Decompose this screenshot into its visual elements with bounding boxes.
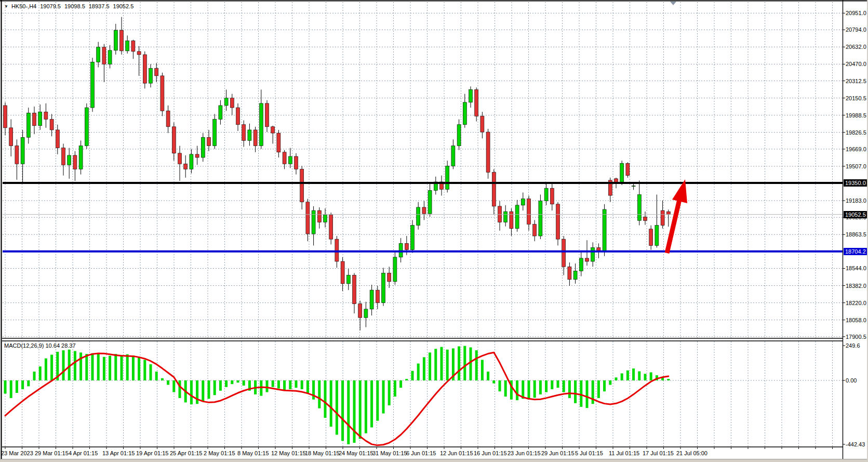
time-axis-label: 31 May 01:15 — [372, 450, 407, 456]
price-axis-label: 18544.0 — [846, 265, 866, 271]
time-axis-label: 18 May 01:15 — [305, 450, 340, 456]
price-axis-label: 19183.0 — [846, 197, 866, 204]
chart-dropdown-icon[interactable]: ▼ — [4, 4, 8, 9]
time-axis-label: 12 May 01:15 — [271, 450, 306, 456]
price-axis-label: 20470.0 — [846, 61, 866, 67]
ohlc-open: 19079.5 — [40, 3, 61, 9]
chart-canvas[interactable] — [0, 0, 868, 462]
price-axis-label: 19988.5 — [846, 112, 866, 118]
blue-line-price-badge: 18704.2 — [844, 248, 868, 255]
ohlc-low: 18937.5 — [89, 3, 110, 9]
time-axis-label: 19 Apr 01:15 — [136, 450, 168, 456]
price-axis-label: 20150.5 — [846, 95, 866, 101]
price-axis-label: 19669.0 — [846, 146, 866, 152]
price-axis-label: 19507.0 — [846, 163, 866, 169]
time-axis-label: 11 Jul 01:15 — [609, 450, 639, 456]
macd-scale-max: 249.6 — [846, 342, 860, 349]
price-axis-label: 20632.0 — [846, 44, 866, 50]
price-axis-label: 18220.0 — [846, 300, 866, 306]
price-axis-label: 20794.0 — [846, 27, 866, 33]
price-axis-label: 19826.5 — [846, 129, 866, 136]
chart-background — [0, 0, 868, 462]
time-axis-label: 8 May 01:15 — [237, 450, 269, 456]
time-axis-label: 29 Jun 01:15 — [541, 450, 575, 456]
time-axis-label: 13 Apr 01:15 — [102, 450, 135, 456]
time-axis-label: 6 Jun 01:15 — [406, 450, 436, 456]
time-axis-label: 24 May 01:15 — [339, 450, 373, 456]
price-axis-label: 18863.5 — [846, 231, 866, 237]
time-axis-label: 25 Apr 01:15 — [170, 450, 202, 456]
window-bottom-edge — [0, 459, 868, 462]
ohlc-high: 19098.5 — [64, 3, 85, 9]
time-axis-label: 5 Jul 01:15 — [575, 450, 603, 456]
mt4-chart-window: ▼ HK50-,H4 19079.5 19098.5 18937.5 19052… — [0, 0, 868, 462]
time-axis-label: 21 Jul 05:00 — [676, 450, 707, 456]
price-axis-label: 17900.5 — [846, 334, 866, 340]
time-axis-label: 29 Mar 01:15 — [35, 450, 69, 456]
macd-scale-min: -442.43 — [846, 441, 865, 447]
chart-title: ▼ HK50-,H4 19079.5 19098.5 18937.5 19052… — [4, 2, 137, 10]
ohlc-close: 19052.5 — [113, 3, 134, 9]
price-axis-label: 20312.5 — [846, 78, 866, 84]
time-axis-label: 23 Jun 01:15 — [508, 450, 541, 456]
price-axis-label: 20951.0 — [846, 10, 866, 16]
time-axis-label: 23 Mar 2023 — [1, 450, 33, 456]
time-axis-label: 16 Jun 01:15 — [474, 450, 507, 456]
macd-scale-zero: 0.00 — [846, 377, 857, 384]
black-line-price-badge: 19350.0 — [844, 179, 868, 187]
time-axis-label: 4 Apr 01:15 — [69, 450, 98, 456]
time-axis-label: 17 Jul 01:15 — [643, 450, 674, 456]
time-axis-label: 12 Jun 01:15 — [440, 450, 473, 456]
current-price-badge: 19052.5 — [844, 211, 868, 218]
price-axis-label: 18058.0 — [846, 317, 866, 323]
time-axis-label: 2 May 01:15 — [204, 450, 235, 456]
symbol-period-label: HK50-,H4 — [11, 3, 36, 9]
macd-indicator-label: MACD(12,26,9) 10.64 28.37 — [4, 342, 76, 349]
price-axis-label: 18382.0 — [846, 283, 866, 289]
